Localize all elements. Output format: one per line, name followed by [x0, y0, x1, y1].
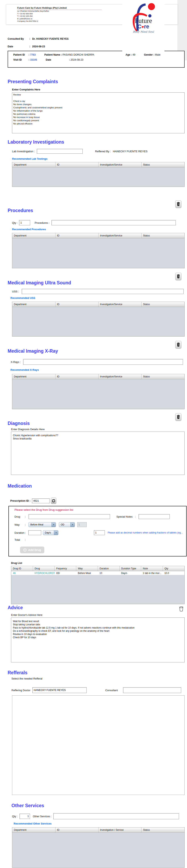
diagnosis-textarea[interactable]: Chonic Hypertension with complications??…	[11, 432, 185, 475]
advice-textarea[interactable]: Wait for Blood test result Stop taking L…	[11, 617, 185, 662]
tablet-fraction-input[interactable]	[94, 530, 105, 535]
duration-row: Duration : Day/s ▼ Please add as decimal…	[14, 530, 186, 535]
section-title-advice: Advice	[8, 605, 23, 611]
other-services-input[interactable]	[53, 813, 179, 819]
column-header: Department	[12, 233, 55, 238]
column-header: Duration Type	[119, 566, 141, 571]
consultant-input[interactable]	[123, 687, 181, 693]
recommended-lab-testings-link[interactable]: Recommended Lab Testings	[12, 157, 187, 160]
procedures-trash-row	[0, 273, 187, 280]
procedures-input-row: Qty : Procedures :	[12, 220, 187, 225]
lab-tests-table[interactable]: DepartmentIDInvestigation/ServiceStatus	[12, 162, 185, 187]
trash-icon	[177, 415, 180, 419]
lab-investigation-input[interactable]	[37, 149, 83, 154]
colon: :	[61, 53, 62, 56]
clear-lab-button[interactable]	[175, 200, 181, 208]
duration-type-selected: Day/s	[43, 530, 54, 535]
special-notes-input[interactable]	[139, 514, 170, 519]
add-drug-button[interactable]: + Add Drug	[20, 547, 44, 553]
patient-row-1: Patient ID: 7783 Patient Name : PASANG D…	[13, 53, 184, 56]
uss-table[interactable]: DepartmentIDInvestigation/ServiceStatus	[12, 302, 185, 337]
section-title-procedures: Procedures	[8, 208, 187, 213]
table-cell: 10	[98, 571, 120, 575]
colon: :	[29, 37, 32, 40]
procedures-table[interactable]: DepartmentIDInvestigation/ServiceStatus	[12, 233, 185, 268]
section-title-other-services: Other Services	[11, 803, 187, 808]
way-label: Way	[14, 523, 25, 526]
date-label: Date	[8, 45, 29, 48]
add-drug-label: Add Drug	[28, 548, 41, 552]
frequency-qty-input	[77, 522, 87, 527]
lab-trash-row	[0, 200, 187, 208]
drug-list-table[interactable]: Drug IDDrugFequencyWayDurationDuration T…	[11, 566, 185, 604]
clear-procedures-button[interactable]	[175, 273, 181, 280]
procedures-qty-input[interactable]	[19, 220, 30, 225]
company-info: Future Care by Future Holdings (Pty) Lim…	[17, 7, 104, 23]
chevron-down-icon: ▼	[54, 530, 58, 535]
xray-input[interactable]	[23, 359, 183, 365]
complaints-prompt: Enter Complaints Here	[12, 88, 187, 91]
age-label: Age	[125, 53, 130, 56]
gender-label: Gender	[144, 53, 153, 56]
colon: :	[25, 523, 29, 526]
colon: :	[135, 515, 139, 518]
duration-input[interactable]	[28, 530, 41, 535]
patient-id-value: 7783	[30, 53, 36, 56]
consultant-label: Consultant	[105, 689, 118, 692]
colon: :	[25, 538, 29, 541]
clear-uss-button[interactable]	[175, 341, 181, 348]
meal-time-dropdown[interactable]: Before Meal ▼	[29, 522, 56, 527]
column-header: ID	[55, 233, 98, 238]
recommended-xray-link[interactable]: Recommended X-Rays	[10, 368, 187, 371]
date-value: 2024-08-23	[32, 45, 45, 48]
refresh-prescription-button[interactable]	[51, 498, 56, 504]
refferals-prompt: Select the needed Refferal	[11, 677, 187, 680]
xray-table[interactable]: DepartmentIDInvestigation/ServiceStatus	[12, 374, 185, 409]
complaints-textarea[interactable]: Review Chest x-ray No bone changes. Cost…	[12, 92, 185, 133]
frequency-dropdown[interactable]: OD ▼	[59, 522, 75, 527]
procedures-input[interactable]	[51, 220, 176, 225]
reffering-doctor-label: Reffering Doctor	[11, 689, 30, 692]
column-header: Department	[12, 162, 55, 167]
reffering-doctor-input[interactable]	[32, 687, 87, 693]
total-label: Total	[14, 538, 25, 541]
recommended-uss-link[interactable]: Recommended USS	[10, 297, 187, 300]
section-title-presenting-complaints: Presenting Complaints	[8, 79, 187, 84]
recommended-other-services-link[interactable]: Recommended Other Services	[14, 822, 187, 825]
xray-label: X-Rays :	[11, 361, 21, 364]
section-title-ultrasound: Medical Imaging Ultra Sound	[8, 280, 187, 286]
refferal-list-box[interactable]	[12, 695, 185, 795]
clear-advice-button[interactable]	[178, 605, 185, 613]
heart-icon: ♥	[142, 25, 144, 29]
chevron-down-icon: ▼	[70, 522, 75, 527]
patient-id-label: Patient ID	[13, 53, 29, 56]
lab-input-row: Lab Investingation : Reffered By : HANEC…	[12, 149, 187, 154]
column-header: Investigation/Service	[98, 233, 141, 238]
column-header: Qty	[163, 566, 184, 571]
diagnosis-prompt: Enter Diagnosis Details Here	[11, 428, 187, 431]
prescription-id-input[interactable]	[32, 498, 50, 503]
drug-input[interactable]	[29, 514, 110, 519]
refresh-icon	[52, 499, 55, 503]
frequency-selected: OD	[59, 522, 70, 527]
drug-list-title: Drug List	[11, 562, 187, 564]
patient-name-label: Patient Name	[44, 53, 60, 56]
drug-row: Drug : Special Notes :	[14, 514, 186, 519]
clear-xray-button[interactable]	[175, 413, 181, 421]
recommended-procedures-link[interactable]: Recommended Procedures	[12, 228, 187, 231]
uss-input[interactable]	[22, 289, 184, 294]
other-qty-input[interactable]	[20, 814, 30, 819]
table-row[interactable]: 46HYDROCHLOROTODBefore Meal10Day/s1 tab …	[11, 571, 184, 575]
column-header: Department	[12, 302, 55, 307]
consulted-by-value: Dr. HANECKY FUENTE REYES	[32, 37, 69, 40]
company-number: Company No.8417652-2	[17, 20, 104, 23]
visit-date-label: Date	[46, 58, 68, 61]
table-cell: 10.0	[163, 571, 184, 575]
duration-type-dropdown[interactable]: Day/s ▼	[43, 530, 59, 535]
column-header: ID	[55, 302, 98, 307]
lab-investigation-label: Lab Investingation :	[12, 150, 35, 153]
other-services-table[interactable]: DepartmentIDInvestigation / ServiceStatu…	[12, 827, 185, 868]
column-header: Drug ID	[11, 566, 33, 571]
column-header: ID	[55, 828, 98, 833]
company-phone-2: T: +24 84 225 252	[17, 15, 104, 18]
